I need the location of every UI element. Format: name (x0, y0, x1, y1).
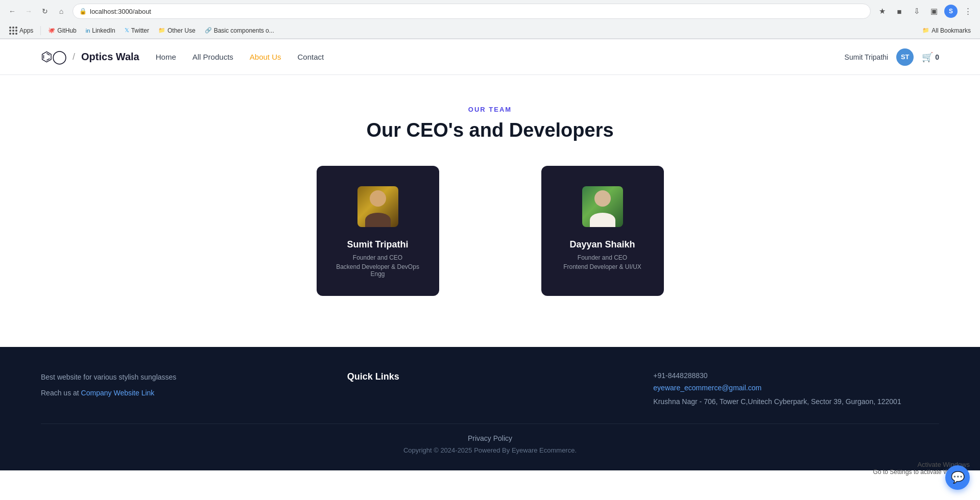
nav-contact[interactable]: Contact (298, 53, 324, 61)
all-bookmarks-label: All Bookmarks (931, 27, 971, 34)
footer-col-about: Best website for various stylish sunglas… (41, 371, 327, 407)
footer-reach-prefix: Reach us at (41, 389, 79, 397)
card-name-sumit: Sumit Tripathi (347, 239, 408, 250)
footer-grid: Best website for various stylish sunglas… (41, 371, 939, 407)
nav-home[interactable]: Home (156, 53, 176, 61)
card-role-sumit: Founder and CEO (353, 254, 402, 261)
chat-icon: 💬 (951, 471, 965, 484)
nav-about-us[interactable]: About Us (250, 53, 281, 61)
bookmark-apps-label: Apps (19, 27, 33, 34)
browser-right-icons: ★ ■ ⇩ ▣ S ⋮ (875, 4, 975, 18)
footer-phone: +91-8448288830 (653, 371, 939, 380)
bookmarks-bar: Apps 🐙 GitHub in LinkedIn 𝕏 Twitter 📁 Ot… (0, 22, 980, 39)
card-skill-sumit: Backend Developer & DevOps Engg (329, 263, 427, 278)
team-title: Our CEO's and Developers (41, 119, 939, 141)
card-role-dayyan: Founder and CEO (578, 254, 627, 261)
brand-logo-link[interactable]: ⌬◯ / Optics Wala (41, 49, 139, 65)
team-card-sumit: Sumit Tripathi Founder and CEO Backend D… (317, 166, 439, 296)
card-name-dayyan: Dayyan Shaikh (569, 239, 635, 250)
footer-tagline: Best website for various stylish sunglas… (41, 371, 327, 383)
footer-reach: Reach us at Company Website Link (41, 389, 327, 397)
star-button[interactable]: ★ (875, 4, 889, 18)
menu-button[interactable]: ⋮ (961, 4, 975, 18)
bookmark-github[interactable]: 🐙 GitHub (44, 26, 80, 36)
forward-button[interactable]: → (21, 4, 36, 18)
navbar-links: Home All Products About Us Contact (156, 53, 324, 61)
twitter-icon: 𝕏 (125, 27, 129, 34)
browser-avatar[interactable]: S (944, 5, 958, 18)
logo-icon: ⌬◯ (41, 49, 66, 65)
card-skill-dayyan: Frontend Developer & UI/UX (563, 263, 641, 270)
user-name-text: Sumit Tripathi (845, 53, 889, 61)
cart-count: 0 (935, 53, 939, 61)
avatar-dayyan (582, 186, 623, 227)
apps-grid-icon (9, 27, 17, 35)
bookmark-other-use[interactable]: 📁 Other Use (154, 26, 200, 36)
footer-col-quick-links: Quick Links (347, 371, 633, 407)
bookmark-github-label: GitHub (57, 27, 76, 34)
footer-company-link[interactable]: Company Website Link (81, 389, 155, 397)
all-bookmarks-folder-icon: 📁 (922, 27, 929, 34)
brand-slash: / (73, 52, 75, 62)
avatar-sumit (357, 186, 398, 227)
back-button[interactable]: ← (5, 4, 19, 18)
address-bar[interactable]: 🔒 localhost:3000/about (73, 4, 871, 19)
extension-button[interactable]: ■ (892, 4, 906, 18)
downloads-button[interactable]: ⇩ (910, 4, 924, 18)
footer-quick-links-title: Quick Links (347, 371, 633, 382)
footer-copyright: Copyright © 2024-2025 Powered By Eyeware… (403, 446, 577, 454)
lock-icon: 🔒 (79, 8, 87, 15)
footer-bottom: Privacy Policy Copyright © 2024-2025 Pow… (41, 423, 939, 454)
bookmark-linkedin-label: LinkedIn (92, 27, 115, 34)
footer-email[interactable]: eyeware_ecommerce@gmail.com (653, 384, 939, 392)
home-button[interactable]: ⌂ (54, 4, 68, 18)
avatar-initials: ST (901, 53, 910, 61)
bookmark-basic-components[interactable]: 🔗 Basic components o... (201, 26, 278, 36)
bookmark-linkedin[interactable]: in LinkedIn (82, 26, 119, 36)
all-bookmarks[interactable]: 📁 All Bookmarks (918, 26, 975, 36)
nav-buttons: ← → ↻ ⌂ (5, 4, 68, 18)
navbar: ⌬◯ / Optics Wala Home All Products About… (0, 39, 980, 75)
team-cards: Sumit Tripathi Founder and CEO Backend D… (184, 166, 797, 296)
footer: Best website for various stylish sunglas… (0, 347, 980, 470)
bookmark-twitter-label: Twitter (131, 27, 149, 34)
bookmark-separator (40, 26, 41, 35)
browser-toolbar: ← → ↻ ⌂ 🔒 localhost:3000/about ★ ■ ⇩ ▣ S… (0, 0, 980, 22)
cart-icon: 🛒 (922, 52, 933, 63)
nav-all-products[interactable]: All Products (193, 53, 233, 61)
navbar-left: ⌬◯ / Optics Wala Home All Products About… (41, 49, 324, 65)
chat-button[interactable]: 💬 (945, 465, 970, 490)
brand-name: Optics Wala (81, 51, 139, 63)
page-content: ⌬◯ / Optics Wala Home All Products About… (0, 39, 980, 470)
bookmark-other-label: Other Use (168, 27, 196, 34)
footer-col-contact: +91-8448288830 eyeware_ecommerce@gmail.c… (653, 371, 939, 407)
team-section: OUR TEAM Our CEO's and Developers Sumit … (41, 95, 939, 316)
folder-icon: 📁 (158, 27, 165, 34)
refresh-button[interactable]: ↻ (38, 4, 52, 18)
footer-privacy-link[interactable]: Privacy Policy (468, 434, 512, 442)
navbar-right: Sumit Tripathi ST 🛒 0 (845, 48, 939, 66)
url-text: localhost:3000/about (90, 8, 151, 15)
cart-button[interactable]: 🛒 0 (922, 52, 939, 63)
linkedin-icon: in (86, 28, 90, 34)
github-icon: 🐙 (48, 27, 55, 34)
browser-chrome: ← → ↻ ⌂ 🔒 localhost:3000/about ★ ■ ⇩ ▣ S… (0, 0, 980, 39)
team-label: OUR TEAM (41, 106, 939, 113)
team-card-dayyan: Dayyan Shaikh Founder and CEO Frontend D… (541, 166, 664, 296)
link-icon: 🔗 (205, 27, 212, 34)
bookmark-apps[interactable]: Apps (5, 25, 37, 36)
footer-address: Krushna Nagr - 706, Tower C,Unitech Cybe… (653, 396, 939, 407)
bookmark-twitter[interactable]: 𝕏 Twitter (121, 26, 153, 36)
main-content: OUR TEAM Our CEO's and Developers Sumit … (0, 75, 980, 316)
extensions-puzzle[interactable]: ▣ (927, 4, 941, 18)
user-avatar[interactable]: ST (896, 48, 914, 66)
bookmark-basic-label: Basic components o... (214, 27, 274, 34)
